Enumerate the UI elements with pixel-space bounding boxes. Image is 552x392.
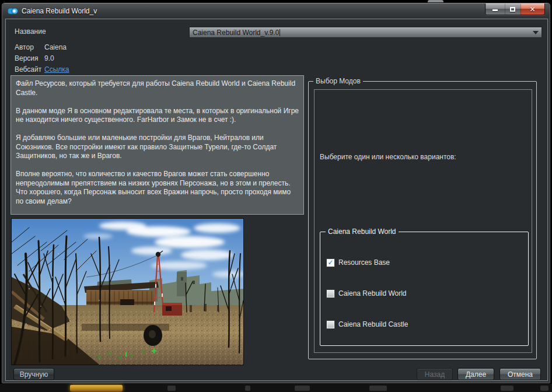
installer-window: Caiena Rebuild World_v ✕ Название Caiena… [1, 2, 551, 384]
website-label: Вебсайт [15, 65, 41, 74]
option-group-title: Caiena Rebuild World [326, 228, 399, 236]
minimize-icon [492, 9, 498, 11]
option-caiena-rebuild-world[interactable]: Caiena Rebuild World [327, 289, 407, 298]
combobox-value: Caiena Rebuild World_v.9.0 [193, 29, 279, 37]
mod-version-combobox[interactable]: Caiena Rebuild World_v.9.0 [189, 27, 542, 38]
selection-prompt: Выберите один или несколько вариантов: [320, 153, 456, 161]
desktop-screen: Caiena Rebuild World_v ✕ Название Caiena… [0, 0, 552, 392]
version-value: 9.0 [44, 54, 54, 62]
option-caiena-rebuild-castle[interactable]: Caiena Rebuild Castle [327, 320, 408, 329]
window-title: Caiena Rebuild World_v [22, 7, 97, 15]
checkbox-icon[interactable] [327, 321, 334, 328]
maximize-icon [510, 7, 515, 12]
option-label: Caiena Rebuild World [338, 289, 407, 298]
website-link[interactable]: Ссылка [44, 65, 69, 74]
checkbox-icon[interactable]: ✓ [327, 259, 334, 267]
taskbar-item[interactable] [369, 386, 387, 391]
app-icon [8, 8, 18, 15]
text-caret [280, 29, 280, 36]
mod-description: Файл Ресурсов, который требуется для раб… [11, 75, 304, 215]
name-label: Название [15, 27, 46, 36]
mod-selection-group: Выбор Модов Выберите один или несколько … [308, 81, 537, 359]
option-label: Caiena Rebuild Castle [338, 320, 408, 328]
options-panel: Выберите один или несколько вариантов: C… [314, 89, 532, 353]
titlebar[interactable]: Caiena Rebuild World_v ✕ [2, 4, 550, 18]
taskbar-highlighted-item[interactable] [70, 385, 123, 391]
option-resources-base[interactable]: ✓ Resources Base [327, 258, 390, 267]
maximize-button[interactable] [505, 4, 520, 15]
author-label: Автор [15, 43, 34, 51]
taskbar-item[interactable] [540, 386, 548, 391]
minimize-button[interactable] [485, 4, 505, 15]
window-controls: ✕ [485, 4, 545, 15]
mod-screenshot [11, 218, 244, 365]
next-button[interactable]: Далее [457, 368, 494, 380]
chevron-down-icon[interactable] [533, 31, 539, 34]
back-button: Назад [417, 368, 453, 380]
option-label: Resources Base [338, 258, 390, 267]
dialog-body: Название Caiena Rebuild World_v.9.0 Авто… [5, 19, 548, 381]
taskbar-item[interactable] [167, 386, 176, 391]
manual-button[interactable]: Вручную [13, 368, 54, 380]
author-value: Caiena [44, 43, 67, 51]
close-icon: ✕ [529, 6, 535, 13]
checkbox-icon[interactable] [327, 290, 334, 298]
taskbar-item[interactable] [501, 386, 513, 391]
cancel-button[interactable]: Отмена [499, 368, 541, 380]
version-label: Версия [15, 54, 39, 62]
taskbar[interactable] [0, 384, 552, 392]
mod-selection-group-title: Выбор Модов [313, 77, 363, 85]
option-group: Caiena Rebuild World ✓ Resources Base Ca… [320, 232, 529, 346]
taskbar-item[interactable] [245, 386, 250, 391]
taskbar-item[interactable] [295, 386, 310, 391]
close-button[interactable]: ✕ [520, 4, 544, 15]
